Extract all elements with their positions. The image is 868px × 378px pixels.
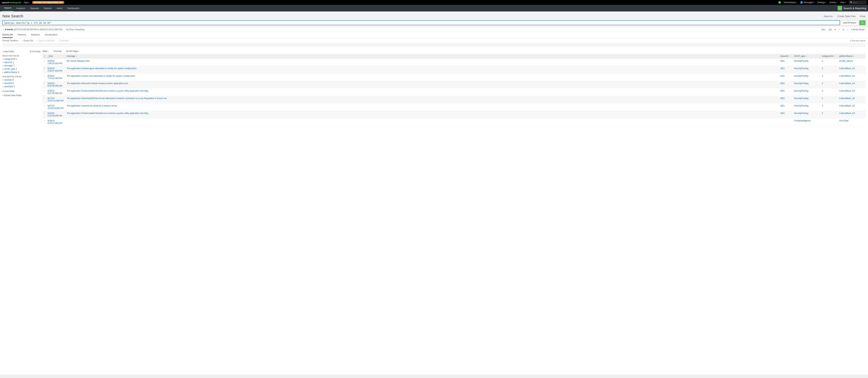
administrator-menu[interactable]: Administrator bbox=[784, 1, 798, 4]
tab-visualization[interactable]: Visualization bbox=[45, 33, 58, 38]
cell-classuid[interactable]: 2001 bbox=[779, 74, 793, 81]
cell-classuid[interactable]: 2001 bbox=[779, 111, 793, 118]
cell-platformname[interactable]: CarbonBlack_S3 bbox=[838, 81, 866, 88]
cell-message[interactable]: The application PrinterInstallerClientSe… bbox=[65, 88, 779, 96]
cell-time[interactable]: 9/28/23 8:33:36.000 AM bbox=[46, 81, 65, 88]
cell-classuid[interactable]: 2001 bbox=[779, 66, 793, 74]
cell-time[interactable]: 9/28/23 3:23:58.000 AM bbox=[46, 111, 65, 118]
messages-menu[interactable]: 5 Messages bbox=[800, 1, 815, 4]
cell-categoryuid[interactable]: 2 bbox=[820, 111, 838, 118]
cell-categoryuid[interactable]: 2 bbox=[820, 81, 838, 88]
cell-message[interactable]: The application nxserver.bin acted as a … bbox=[65, 104, 779, 111]
cell-time[interactable]: 9/28/23 3:35:47.000 PM bbox=[46, 66, 65, 74]
hide-fields-button[interactable]: ‹ Hide Fields bbox=[2, 50, 14, 53]
cell-ocsf-type[interactable]: SecurityFinding bbox=[793, 104, 820, 111]
cell-ocsf-type[interactable]: SecurityFinding bbox=[793, 96, 820, 104]
cell-classuid[interactable]: 2001 bbox=[779, 81, 793, 88]
view-mode-table[interactable]: Table bbox=[42, 50, 49, 53]
col-info[interactable]: i bbox=[42, 54, 46, 59]
cell-categoryuid[interactable]: 2 bbox=[820, 66, 838, 74]
save-as-button[interactable]: Save As bbox=[824, 15, 833, 18]
cell-platformname[interactable]: CarbonBlack_S3 bbox=[838, 74, 866, 81]
help-menu[interactable]: Help bbox=[840, 1, 846, 4]
print-icon[interactable]: 🖶 bbox=[842, 28, 844, 31]
format-timeline-button[interactable]: Format Timeline bbox=[2, 39, 19, 42]
cell-platformname[interactable]: CarbonBlack_S3 bbox=[838, 104, 866, 111]
nav-tab-search[interactable]: Search bbox=[2, 5, 14, 11]
nav-tab-reports[interactable]: Reports bbox=[41, 5, 54, 11]
create-table-view-button[interactable]: Create Table View bbox=[837, 15, 856, 18]
find-box[interactable]: 🔍 bbox=[849, 1, 866, 4]
more-fields-link[interactable]: 4 more fields bbox=[2, 90, 41, 92]
cell-ocsf-type[interactable]: SecurityFinding bbox=[793, 74, 820, 81]
col-message[interactable]: message⇅ bbox=[65, 54, 779, 59]
activity-menu[interactable]: Activity bbox=[829, 1, 837, 4]
cell-message[interactable]: The application Microsoft Outlook invoke… bbox=[65, 81, 779, 88]
cell-classuid[interactable]: 2001 bbox=[779, 59, 793, 66]
settings-menu[interactable]: Settings bbox=[817, 1, 827, 4]
cell-platformname[interactable]: ms365_Splunk bbox=[838, 59, 866, 66]
tab-events[interactable]: Events (9) bbox=[2, 33, 13, 38]
expand-row-icon[interactable]: › bbox=[42, 74, 46, 81]
nav-tab-dashboards[interactable]: Dashboards bbox=[65, 5, 82, 11]
per-page-menu[interactable]: 20 Per Page bbox=[66, 50, 79, 53]
cell-message[interactable]: MS Teams Malware Alert bbox=[65, 59, 779, 66]
nav-tab-alerts[interactable]: Alerts bbox=[54, 5, 65, 11]
expand-row-icon[interactable]: › bbox=[42, 66, 46, 74]
health-ok-icon[interactable]: ✓ bbox=[778, 1, 781, 4]
cell-categoryuid[interactable]: 2 bbox=[820, 104, 838, 111]
field-rawData[interactable]: arawData9 bbox=[2, 78, 41, 82]
field-message[interactable]: amessage7 bbox=[2, 64, 41, 67]
find-input[interactable] bbox=[854, 1, 866, 3]
nav-tab-analytics[interactable]: Analytics bbox=[14, 5, 28, 11]
expand-row-icon[interactable]: › bbox=[42, 104, 46, 111]
cell-categoryuid[interactable] bbox=[820, 118, 838, 126]
cell-ocsf-type[interactable]: SecurityFinding bbox=[793, 59, 820, 66]
cell-platformname[interactable]: CarbonBlack_S3 bbox=[838, 96, 866, 104]
field-OCSF_type[interactable]: aOCSF_type2 bbox=[2, 67, 41, 71]
cell-classuid[interactable] bbox=[779, 118, 793, 126]
event-sampling-menu[interactable]: No Event Sampling bbox=[66, 28, 85, 31]
smart-mode-menu[interactable]: ♦ Smart Mode bbox=[851, 28, 866, 31]
cell-ocsf-type[interactable]: SecurityFinding bbox=[793, 111, 820, 118]
stop-icon[interactable]: ■ bbox=[834, 28, 836, 31]
cell-platformname[interactable]: VirusTotal bbox=[838, 118, 866, 126]
expand-row-icon[interactable]: › bbox=[42, 96, 46, 104]
cell-message[interactable]: The application msiexec.exe attempted to… bbox=[65, 74, 779, 81]
cell-platformname[interactable]: CarbonBlack_S3 bbox=[838, 66, 866, 74]
nav-tab-datasets[interactable]: Datasets bbox=[28, 5, 41, 11]
cell-message[interactable]: The application schedwrapper attempted t… bbox=[65, 66, 779, 74]
apps-menu[interactable]: Apps bbox=[24, 1, 30, 4]
cell-ocsf-type[interactable]: SecurityFinding bbox=[793, 81, 820, 88]
cell-categoryuid[interactable]: 2 bbox=[820, 74, 838, 81]
app-pill[interactable]: SPLUNK-FOR-INDUSTRIAL-IOT bbox=[32, 1, 64, 4]
export-icon[interactable]: ⭳ bbox=[847, 28, 849, 31]
cell-ocsf-type[interactable]: SecurityFinding bbox=[793, 66, 820, 74]
cell-time[interactable]: 9/28/23 2:48:18.000 PM bbox=[46, 59, 65, 66]
field-platformName[interactable]: aplatformName3 bbox=[2, 71, 41, 74]
job-menu[interactable]: Job bbox=[822, 28, 826, 31]
cell-platformname[interactable]: CarbonBlack_S3 bbox=[838, 111, 866, 118]
extract-new-fields-link[interactable]: + Extract New Fields bbox=[2, 94, 41, 96]
time-range-picker[interactable]: Last 24 hours bbox=[841, 20, 858, 25]
expand-row-icon[interactable]: › bbox=[42, 111, 46, 118]
cell-time[interactable]: 9/27/23 10:44:23.000 PM bbox=[46, 104, 65, 111]
tab-patterns[interactable]: Patterns bbox=[18, 33, 26, 38]
search-input[interactable]: queryai search="ip = 172.16.16.10" bbox=[2, 20, 840, 25]
cell-time[interactable]: 9/27/23 10:37:14.000 PM bbox=[46, 96, 65, 104]
col-platformname[interactable]: platformName⇅ bbox=[838, 54, 866, 59]
run-search-button[interactable] bbox=[859, 20, 866, 25]
cell-time[interactable]: 9/28/23 7:14:01.000 PM bbox=[46, 74, 65, 81]
tab-statistics[interactable]: Statistics bbox=[31, 33, 40, 38]
cell-classuid[interactable]: 2001 bbox=[779, 88, 793, 96]
cell-message[interactable]: The application DownloadSDKServer.exe at… bbox=[65, 96, 779, 104]
format-button[interactable]: Format bbox=[53, 50, 61, 53]
expand-row-icon[interactable]: › bbox=[42, 59, 46, 66]
expand-row-icon[interactable]: › bbox=[42, 81, 46, 88]
all-fields-button[interactable]: ☰ All Fields bbox=[30, 50, 41, 53]
cell-message[interactable] bbox=[65, 118, 779, 126]
field-recordId[interactable]: arecordId9 bbox=[2, 82, 41, 85]
field-classUid[interactable]: #classUid1 bbox=[2, 61, 41, 64]
cell-platformname[interactable]: CarbonBlack_S3 bbox=[838, 88, 866, 96]
cell-classuid[interactable]: 2001 bbox=[779, 104, 793, 111]
